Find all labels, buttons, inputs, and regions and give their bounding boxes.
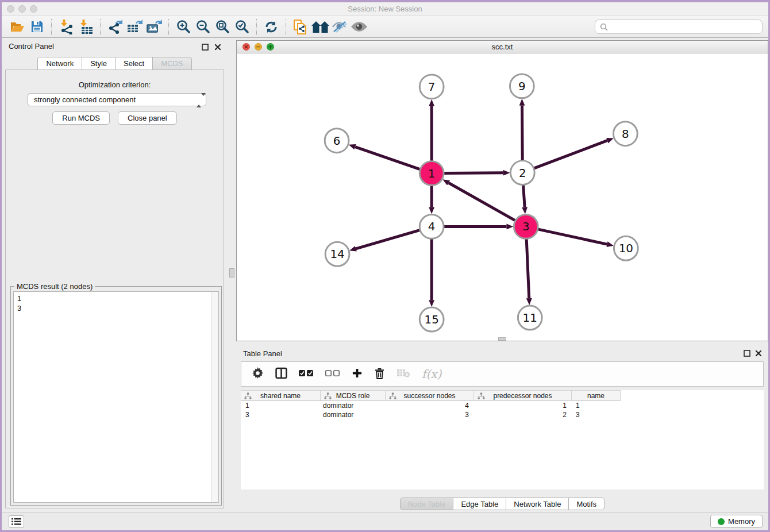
status-bar: Memory xyxy=(2,512,768,530)
export-image-icon[interactable] xyxy=(144,18,164,36)
close-panel-icon[interactable] xyxy=(214,43,222,50)
graph-node-label-14: 14 xyxy=(330,248,344,261)
zoom-out-icon[interactable] xyxy=(193,18,213,36)
close-panel-button[interactable]: Close panel xyxy=(118,111,177,125)
hierarchy-icon xyxy=(478,392,485,402)
show-columns-icon[interactable] xyxy=(275,367,287,381)
graph-node-label-9: 9 xyxy=(518,80,526,93)
mcds-result-box[interactable]: 1 3 xyxy=(13,291,219,503)
splitter-handle[interactable] xyxy=(229,268,234,277)
graph-edge-3-1[interactable] xyxy=(449,183,515,221)
export-network-icon[interactable] xyxy=(105,18,125,36)
search-icon xyxy=(600,23,608,31)
hierarchy-icon xyxy=(389,392,396,402)
tab-mcds[interactable]: MCDS xyxy=(152,57,191,70)
toolbar-separator xyxy=(100,19,101,35)
save-session-icon[interactable] xyxy=(27,18,47,36)
search-input[interactable] xyxy=(611,23,757,31)
graph-edge-1-2[interactable] xyxy=(444,173,503,174)
eye-icon[interactable] xyxy=(349,18,369,36)
tab-network-table[interactable]: Network Table xyxy=(506,498,569,510)
mcds-panel: Optimization criterion: strongly connect… xyxy=(5,70,224,508)
table-settings-gear-icon[interactable] xyxy=(252,367,264,381)
network-view-window: scc.txt 7968124314101511 xyxy=(236,40,768,341)
search-box[interactable] xyxy=(595,20,763,34)
canvas-resize-handle[interactable] xyxy=(498,337,506,341)
table-toolbar: f(x) xyxy=(241,361,764,387)
import-network-icon[interactable] xyxy=(56,18,76,36)
zoom-selected-icon[interactable] xyxy=(232,18,252,36)
table-row[interactable]: 3 dominator 3 2 3 xyxy=(241,410,764,419)
graph-edge-3-10[interactable] xyxy=(538,229,607,244)
graph-node-label-2: 2 xyxy=(519,167,526,180)
tab-style[interactable]: Style xyxy=(82,57,116,70)
unselect-all-columns-icon[interactable] xyxy=(325,369,340,379)
graph-edge-2-3[interactable] xyxy=(523,185,525,207)
node-table: shared name MCDS role successor nodes pr… xyxy=(241,390,764,489)
criterion-select[interactable]: strongly connected component xyxy=(28,93,206,106)
column-header-predecessor-nodes[interactable]: predecessor nodes xyxy=(474,390,572,401)
graph-node-label-7: 7 xyxy=(428,80,436,94)
panel-splitter[interactable] xyxy=(228,38,236,512)
table-row[interactable]: 1 dominator 4 1 1 xyxy=(241,401,764,410)
hierarchy-icon xyxy=(244,392,252,402)
column-header-mcds-role[interactable]: MCDS role xyxy=(321,390,386,401)
hierarchy-icon xyxy=(324,392,332,402)
select-all-columns-icon[interactable] xyxy=(299,369,314,379)
open-session-icon[interactable] xyxy=(7,18,27,36)
export-table-icon[interactable] xyxy=(125,18,144,36)
criterion-selected-value: strongly connected component xyxy=(34,95,136,104)
graph-edge-4-14[interactable] xyxy=(356,230,420,249)
graph-node-label-11: 11 xyxy=(523,311,537,325)
mcds-result-title: MCDS result (2 nodes) xyxy=(14,282,95,291)
home-networks-icon[interactable] xyxy=(310,18,330,36)
graph-node-label-10: 10 xyxy=(619,242,633,255)
column-header-name[interactable]: name xyxy=(572,390,621,401)
tab-motifs[interactable]: Motifs xyxy=(568,498,605,510)
tab-select[interactable]: Select xyxy=(115,57,153,70)
tab-network[interactable]: Network xyxy=(37,57,82,70)
function-builder-icon: f(x) xyxy=(422,367,441,381)
control-panel-tabs: Network Style Select MCDS xyxy=(2,57,228,70)
toggle-graphics-details-icon[interactable] xyxy=(330,18,349,36)
control-panel-title: Control Panel xyxy=(9,42,54,51)
graph-edge-2-9[interactable] xyxy=(522,106,523,161)
window-title: Session: New Session xyxy=(2,5,768,13)
mcds-result-group: MCDS result (2 nodes) 1 3 xyxy=(10,286,222,506)
memory-status-icon xyxy=(718,518,725,525)
refresh-icon[interactable] xyxy=(261,18,281,36)
tab-edge-table[interactable]: Edge Table xyxy=(453,498,506,510)
main-toolbar xyxy=(2,16,768,38)
import-table-icon[interactable] xyxy=(76,18,95,36)
tab-node-table[interactable]: Node Table xyxy=(400,498,454,510)
column-header-shared-name[interactable]: shared name xyxy=(241,390,321,401)
mcds-result-line: 3 xyxy=(17,303,218,313)
task-history-icon[interactable] xyxy=(9,515,24,528)
result-scrollbar[interactable] xyxy=(211,292,218,502)
zoom-in-icon[interactable] xyxy=(174,18,193,36)
close-table-panel-icon[interactable] xyxy=(755,349,763,356)
toolbar-separator xyxy=(51,19,52,35)
clone-network-icon[interactable] xyxy=(291,18,310,36)
graph-node-label-3: 3 xyxy=(522,220,530,233)
float-table-panel-icon[interactable] xyxy=(744,349,751,356)
delete-column-trash-icon[interactable] xyxy=(374,367,385,381)
graph-node-label-4: 4 xyxy=(428,220,436,233)
float-panel-icon[interactable] xyxy=(202,43,209,50)
graph-edge-1-6[interactable] xyxy=(355,147,420,169)
graph-node-label-8: 8 xyxy=(622,128,629,141)
network-graph[interactable]: 7968124314101511 xyxy=(237,53,768,341)
network-window-titlebar: scc.txt xyxy=(237,41,768,53)
main-area: Control Panel Network Style Select MCDS … xyxy=(2,38,768,512)
control-panel: Control Panel Network Style Select MCDS … xyxy=(2,38,228,512)
graph-edge-3-11[interactable] xyxy=(526,238,529,298)
network-canvas[interactable]: 7968124314101511 xyxy=(237,53,768,341)
create-column-plus-icon[interactable] xyxy=(352,368,363,381)
graph-edge-2-8[interactable] xyxy=(534,141,607,169)
optimization-criterion-label: Optimization criterion: xyxy=(6,80,224,89)
run-mcds-button[interactable]: Run MCDS xyxy=(52,111,110,125)
column-header-successor-nodes[interactable]: successor nodes xyxy=(386,390,474,401)
memory-button[interactable]: Memory xyxy=(710,515,763,528)
zoom-fit-icon[interactable] xyxy=(213,18,232,36)
table-header-row: shared name MCDS role successor nodes pr… xyxy=(241,390,764,401)
